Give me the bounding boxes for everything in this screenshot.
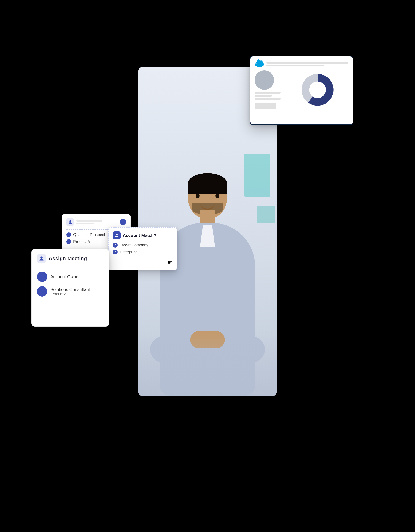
attendee-info-1: Account Owner (50, 274, 80, 279)
attendee-item-2: Solutions Consultant (Product A) (37, 286, 103, 297)
sf-right-panel (287, 70, 348, 109)
sf-header-lines (266, 62, 348, 66)
prospect-header-line-1 (76, 220, 102, 221)
account-match-title: Account Match? (123, 233, 157, 238)
sf-header-line-2 (266, 65, 324, 66)
account-match-item-1: ✓ Target Company (113, 243, 173, 247)
assign-meeting-person-svg (39, 256, 44, 261)
account-svg-icon (115, 233, 119, 238)
attendee-subtitle-2: (Product A) (50, 292, 90, 296)
account-match-item-2: ✓ Enterprise (113, 250, 173, 254)
prospect-label-2: Product A (73, 239, 90, 244)
account-check-symbol-1: ✓ (114, 244, 116, 247)
attendee-avatar-2 (37, 286, 47, 297)
donut-chart (300, 73, 335, 107)
assign-meeting-header: Assign Meeting (37, 254, 103, 266)
check-icon-1: ✓ (66, 232, 71, 237)
prospect-label-1: Qualified Prospect (73, 233, 105, 237)
attendee-item-1: Account Owner (37, 272, 103, 282)
prospect-header-line-2 (76, 223, 94, 224)
attendee-name-2: Solutions Consultant (50, 287, 90, 292)
account-match-label-2: Enterprise (120, 250, 138, 254)
assign-meeting-title: Assign Meeting (49, 256, 87, 262)
sf-text-lines (255, 92, 283, 100)
prospect-card-header: ! (66, 218, 126, 226)
cursor-icon: ☛ (167, 258, 173, 266)
salesforce-logo: sf (255, 61, 264, 67)
check-symbol-2: ✓ (68, 240, 70, 243)
sf-avatar (255, 70, 274, 90)
sf-card-content (255, 70, 348, 109)
sf-left-panel (255, 70, 283, 109)
prospect-person-icon (66, 218, 74, 226)
scene: sf (0, 0, 415, 532)
account-icon (113, 231, 121, 239)
sf-card-header: sf (255, 61, 348, 67)
person-neck (200, 210, 215, 223)
account-check-icon-1: ✓ (113, 243, 118, 247)
person-svg-icon (68, 220, 72, 224)
sf-text-line-3 (255, 98, 281, 100)
alert-icon: ! (120, 219, 126, 225)
account-check-symbol-2: ✓ (114, 250, 116, 254)
alert-icon-label: ! (122, 220, 123, 224)
sf-text-line-1 (255, 92, 281, 94)
check-symbol-1: ✓ (68, 233, 70, 236)
account-match-card: Account Match? ✓ Target Company ✓ Enterp… (108, 227, 177, 270)
sf-button-placeholder (255, 103, 276, 109)
salesforce-dashboard-card: sf (250, 56, 353, 125)
prospect-header-lines (76, 220, 120, 224)
donut-chart-svg (300, 73, 335, 107)
sf-logo-text: sf (255, 62, 257, 65)
office-furniture-2 (257, 206, 275, 223)
account-match-label-1: Target Company (120, 243, 148, 247)
salesforce-cloud-icon: sf (255, 61, 264, 67)
person-collar (200, 225, 215, 247)
sf-header-line-1 (266, 62, 348, 64)
assign-meeting-person-icon (37, 254, 46, 263)
photo-gradient (138, 331, 277, 396)
attendee-name-1: Account Owner (50, 274, 80, 279)
sf-text-line-2 (255, 95, 272, 97)
person-eye-left (196, 194, 200, 198)
person-hair (188, 173, 227, 194)
assign-meeting-card: Assign Meeting Account Owner Solutions C… (31, 249, 109, 327)
attendee-info-2: Solutions Consultant (Product A) (50, 287, 90, 296)
check-icon-2: ✓ (66, 239, 71, 244)
svg-point-2 (311, 83, 324, 97)
person-eyes (196, 194, 219, 198)
account-check-icon-2: ✓ (113, 250, 118, 254)
person-eye-right (215, 194, 219, 198)
account-match-header: Account Match? (113, 231, 173, 239)
attendee-avatar-1 (37, 272, 47, 282)
